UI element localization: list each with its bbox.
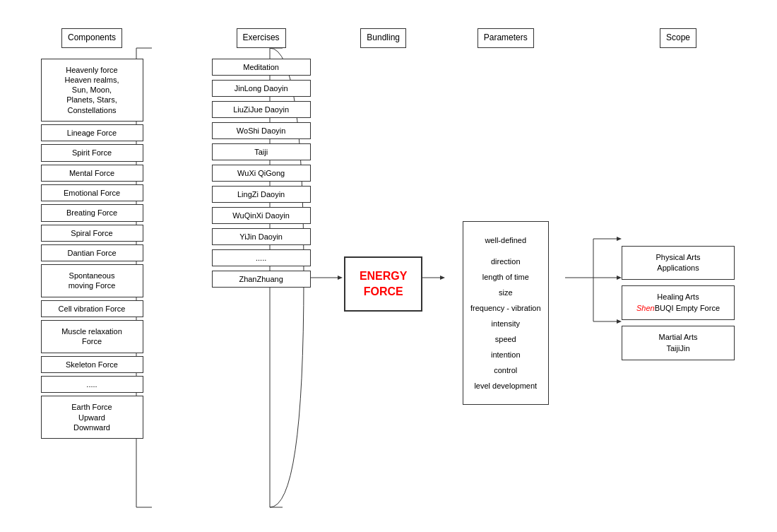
scope-header: Scope [660, 28, 696, 48]
comp-item-spiral: Spiral Force [41, 225, 143, 242]
param-length: length of time [470, 269, 541, 285]
scope-martial: Martial ArtsTaijiJin [622, 326, 735, 360]
bundling-area: ENERGYFORCE [338, 59, 429, 312]
comp-item-heavenly: Heavenly forceHeaven realms,Sun, Moon,Pl… [41, 59, 143, 122]
comp-item-ellipsis: ..... [41, 376, 143, 393]
comp-item-emotional: Emotional Force [41, 184, 143, 201]
exer-zhanzhuang: ZhanZhuang [212, 271, 311, 288]
param-well-defined: well-defined [470, 232, 541, 248]
exercises-header: Exercises [237, 28, 286, 48]
comp-item-dantian: Dantian Force [41, 244, 143, 261]
comp-item-cell: Cell vibration Force [41, 300, 143, 317]
comp-item-muscle: Muscle relaxationForce [41, 320, 143, 353]
comp-item-skeleton: Skeleton Force [41, 356, 143, 373]
parameters-column: Parameters well-defined direction length… [449, 28, 562, 405]
exer-ellipsis: ..... [212, 249, 311, 266]
comp-item-spontaneous: Spontaneousmoving Force [41, 264, 143, 297]
comp-item-spirit: Spirit Force [41, 144, 143, 161]
param-speed: speed [470, 331, 541, 347]
components-header: Components [61, 28, 122, 48]
energy-force-box: ENERGYFORCE [344, 256, 423, 312]
exer-yijin: YiJin Daoyin [212, 228, 311, 245]
parameters-header: Parameters [478, 28, 534, 48]
shen-text: Shen [636, 304, 655, 312]
param-control: control [470, 362, 541, 378]
comp-item-mental: Mental Force [41, 165, 143, 182]
components-column: Components Heavenly forceHeaven realms,S… [28, 28, 155, 439]
scope-healing: Healing ArtsShenBUQI Empty Force [622, 285, 735, 320]
param-frequency: frequency - vibration [470, 300, 541, 316]
param-intensity: intensity [470, 316, 541, 331]
param-level: level development [470, 378, 541, 394]
exer-wuxi: WuXi QiGong [212, 165, 311, 182]
diagram: Components Heavenly forceHeaven realms,S… [0, 0, 777, 532]
param-size: size [470, 285, 541, 300]
param-intention: intention [470, 347, 541, 362]
exer-jinlong: JinLong Daoyin [212, 80, 311, 97]
exer-taiji: Taiji [212, 143, 311, 160]
exercises-list: Meditation JinLong Daoyin LiuZiJue Daoyi… [212, 59, 311, 288]
bundling-column: Bundling ENERGYFORCE [338, 28, 429, 312]
param-direction: direction [470, 254, 541, 269]
comp-item-breating: Breating Force [41, 204, 143, 221]
exer-woshi: WoShi Daoyin [212, 122, 311, 139]
exer-liuzijue: LiuZiJue Daoyin [212, 101, 311, 118]
comp-item-lineage: Lineage Force [41, 124, 143, 141]
exer-wuqinxi: WuQinXi Daoyin [212, 207, 311, 224]
comp-item-earth: Earth ForceUpwardDownward [41, 396, 143, 439]
bundling-header: Bundling [360, 28, 406, 48]
scope-physical: Physical ArtsApplications [622, 246, 735, 280]
exercises-column: Exercises Meditation JinLong Daoyin LiuZ… [205, 28, 318, 288]
components-list: Heavenly forceHeaven realms,Sun, Moon,Pl… [41, 59, 143, 439]
scope-list: Physical ArtsApplications Healing ArtsSh… [622, 246, 735, 360]
exer-meditation: Meditation [212, 59, 311, 76]
exer-lingzi: LingZi Daoyin [212, 186, 311, 203]
parameters-box: well-defined direction length of time si… [463, 221, 549, 405]
scope-column: Scope Physical ArtsApplications Healing … [607, 28, 749, 360]
